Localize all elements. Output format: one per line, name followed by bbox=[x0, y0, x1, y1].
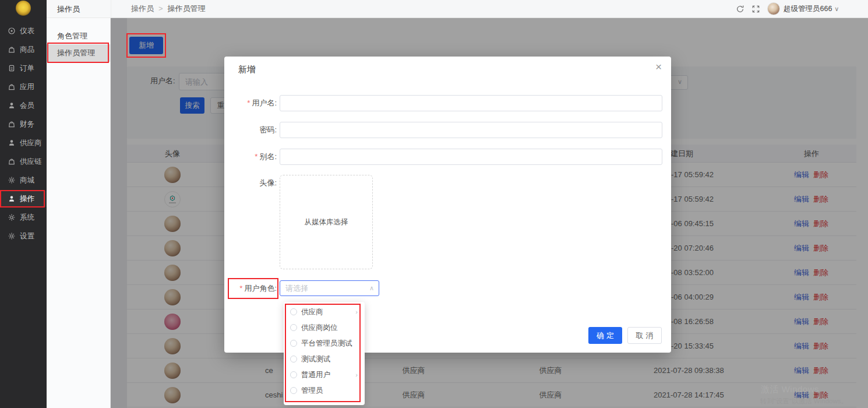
alias-label: *别名: bbox=[224, 149, 277, 165]
gauge-icon bbox=[8, 27, 16, 35]
sidebar-item-操作[interactable]: 操作 bbox=[0, 191, 47, 207]
app-logo[interactable] bbox=[16, 1, 31, 16]
sidebar-item-设置[interactable]: 设置 bbox=[0, 228, 47, 244]
secondary-sidebar-title: 操作员 bbox=[47, 0, 111, 18]
sidebar-item-label: 应用 bbox=[20, 82, 34, 92]
chevron-right-icon: › bbox=[355, 371, 358, 378]
sidebar-item-label: 仪表 bbox=[20, 26, 34, 36]
fullscreen-icon[interactable] bbox=[751, 5, 760, 15]
chevron-down-icon: ∨ bbox=[832, 5, 839, 12]
bag-icon bbox=[8, 157, 16, 166]
role-option-label: 供应商岗位 bbox=[301, 323, 338, 333]
role-option-管理员[interactable]: 管理员 bbox=[284, 383, 365, 398]
gear-icon bbox=[8, 232, 16, 240]
avatar-label: 头像: bbox=[224, 175, 277, 191]
confirm-button[interactable]: 确定 bbox=[588, 327, 622, 344]
role-label: *用户角色: bbox=[224, 280, 277, 297]
gear-icon bbox=[8, 176, 16, 184]
chevron-right-icon: › bbox=[355, 308, 358, 315]
bag-icon bbox=[8, 83, 16, 91]
password-field[interactable] bbox=[280, 122, 662, 138]
username-label: *用户名: bbox=[224, 95, 277, 111]
dialog-title: 新增 bbox=[238, 64, 256, 75]
user-menu[interactable]: 超级管理员666∨ bbox=[784, 0, 839, 17]
sidebar-item-财务[interactable]: 财务 bbox=[0, 116, 47, 132]
radio-icon[interactable] bbox=[290, 324, 297, 331]
cancel-button[interactable]: 取消 bbox=[627, 327, 662, 344]
sidebar-item-label: 操作 bbox=[20, 194, 34, 204]
breadcrumb-item-current: 操作员管理 bbox=[168, 4, 206, 13]
bag-icon bbox=[8, 45, 16, 54]
primary-sidebar: 仪表商品订单应用会员财务供应商供应链商城操作系统设置 bbox=[0, 0, 47, 408]
sidebar-item-应用[interactable]: 应用 bbox=[0, 79, 47, 95]
bag-icon bbox=[8, 120, 16, 128]
role-select-placeholder: 请选择 bbox=[285, 281, 308, 296]
sidebar-item-label: 商品 bbox=[20, 45, 34, 55]
role-option-平台管理员测试[interactable]: 平台管理员测试 bbox=[284, 336, 365, 351]
role-option-label: 测试测试 bbox=[301, 354, 330, 364]
person-icon bbox=[8, 195, 16, 203]
role-select[interactable]: 请选择 ∧ bbox=[280, 280, 379, 296]
username-field[interactable] bbox=[280, 95, 662, 111]
sidebar-item-商品[interactable]: 商品 bbox=[0, 41, 47, 58]
sidebar-item-label: 供应商 bbox=[20, 138, 42, 148]
sidebar-item-会员[interactable]: 会员 bbox=[0, 97, 47, 114]
gear-icon bbox=[8, 213, 16, 221]
media-library-picker[interactable]: 从媒体库选择 bbox=[280, 175, 373, 269]
sidebar-item-供应商[interactable]: 供应商 bbox=[0, 135, 47, 151]
sidebar-item-label: 会员 bbox=[20, 101, 34, 111]
radio-icon[interactable] bbox=[290, 371, 297, 378]
refresh-icon[interactable] bbox=[736, 5, 744, 15]
person-icon bbox=[8, 139, 16, 147]
required-star: * bbox=[255, 152, 257, 161]
role-option-供应商岗位[interactable]: 供应商岗位 bbox=[284, 320, 365, 335]
radio-icon[interactable] bbox=[290, 387, 297, 394]
password-label: 密码: bbox=[224, 122, 277, 138]
sidebar-item-label: 订单 bbox=[20, 64, 34, 73]
windows-watermark-line1: 激活 Windows bbox=[761, 384, 819, 395]
doc-icon bbox=[8, 64, 16, 72]
sidebar-item-operator-management[interactable]: 操作员管理 bbox=[47, 44, 110, 62]
sidebar-item-role-management[interactable]: 角色管理 bbox=[47, 27, 110, 45]
radio-icon[interactable] bbox=[290, 308, 297, 315]
chevron-up-icon: ∧ bbox=[369, 281, 374, 296]
close-icon[interactable]: × bbox=[655, 61, 662, 72]
sidebar-item-供应链[interactable]: 供应链 bbox=[0, 153, 47, 170]
windows-watermark-line2: 转到"设置"以激活 Windows。 bbox=[760, 397, 848, 406]
role-option-label: 普通用户 bbox=[301, 370, 330, 380]
breadcrumb-item[interactable]: 操作员 bbox=[131, 4, 154, 13]
sidebar-item-label: 商城 bbox=[20, 175, 34, 185]
sidebar-item-仪表[interactable]: 仪表 bbox=[0, 23, 47, 39]
radio-icon[interactable] bbox=[290, 356, 297, 363]
role-dropdown: 供应商›供应商岗位平台管理员测试测试测试普通用户›管理员 bbox=[284, 302, 365, 405]
sidebar-item-label: 设置 bbox=[20, 231, 34, 241]
alias-field[interactable] bbox=[280, 149, 662, 165]
user-name-label: 超级管理员666 bbox=[784, 5, 832, 13]
app-root: 新增 用户名: 搜索 重置 ∨ 头像 创建日期 操作 -17 05:59:42编… bbox=[0, 0, 868, 408]
sidebar-item-订单[interactable]: 订单 bbox=[0, 60, 47, 76]
person-icon bbox=[8, 101, 16, 110]
sidebar-item-商城[interactable]: 商城 bbox=[0, 172, 47, 188]
user-avatar[interactable] bbox=[767, 2, 780, 15]
sidebar-item-系统[interactable]: 系统 bbox=[0, 209, 47, 226]
sidebar-item-label: 财务 bbox=[20, 119, 34, 129]
role-option-label: 管理员 bbox=[301, 386, 323, 396]
breadcrumb: 操作员>操作员管理 bbox=[131, 0, 206, 17]
sidebar-item-label: 供应链 bbox=[20, 157, 42, 167]
role-option-供应商[interactable]: 供应商› bbox=[284, 304, 365, 319]
role-option-普通用户[interactable]: 普通用户› bbox=[284, 367, 365, 382]
required-star: * bbox=[247, 99, 250, 107]
breadcrumb-separator: > bbox=[154, 4, 168, 13]
role-option-label: 供应商 bbox=[301, 307, 323, 317]
radio-icon[interactable] bbox=[290, 340, 297, 347]
role-option-label: 平台管理员测试 bbox=[301, 339, 352, 349]
required-star: * bbox=[239, 284, 242, 293]
role-option-测试测试[interactable]: 测试测试 bbox=[284, 351, 365, 367]
sidebar-item-label: 系统 bbox=[20, 213, 34, 223]
